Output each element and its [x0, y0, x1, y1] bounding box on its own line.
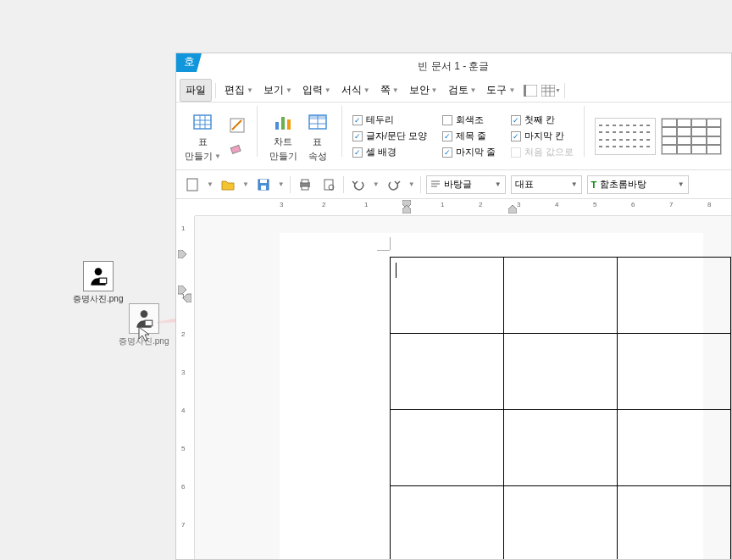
horizontal-ruler[interactable]: 3 2 1 1 2 3 4 5 6 7 8: [195, 199, 731, 216]
font-icon: T: [591, 180, 597, 190]
table-cell[interactable]: [504, 258, 618, 334]
svg-rect-1: [99, 278, 107, 284]
font-family-combo[interactable]: T 함초롬바탕▼: [587, 175, 689, 194]
table-cell[interactable]: [391, 258, 504, 334]
hangul-app-window: 호 빈 문서 1 - 훈글 파일 편집▼ 보기▼ 입력▼ 서식▼ 쪽▼ 보안▼ …: [175, 53, 732, 560]
create-table-button[interactable]: 표 만들기▼: [183, 108, 223, 164]
svg-rect-19: [281, 117, 285, 130]
cursor-pointer-icon: [137, 325, 154, 342]
svg-rect-30: [302, 180, 308, 183]
table-props-icon: [306, 110, 330, 134]
vertical-ruler[interactable]: 1 1 2 3 4 5 6 7: [176, 216, 195, 559]
svg-rect-5: [524, 85, 526, 97]
print-button[interactable]: [296, 175, 314, 194]
menu-review[interactable]: 검토▼: [443, 80, 482, 101]
table-cell[interactable]: [504, 410, 618, 486]
svg-point-2: [140, 310, 147, 318]
chevron-down-icon[interactable]: ▼: [373, 180, 380, 188]
title-bar: 호 빈 문서 1 - 훈글: [176, 53, 731, 79]
svg-rect-27: [260, 180, 267, 183]
svg-rect-25: [187, 179, 197, 191]
svg-point-0: [94, 268, 102, 275]
table-cell[interactable]: [504, 334, 618, 410]
checkbox-char-para[interactable]: 글자/문단 모양: [352, 130, 427, 142]
menu-page[interactable]: 쪽▼: [375, 80, 404, 101]
checkbox-title-row[interactable]: 제목 줄: [442, 130, 496, 142]
menu-input[interactable]: 입력▼: [297, 80, 336, 101]
table-row: [391, 258, 731, 334]
indent-marker-right[interactable]: [508, 200, 517, 213]
menu-bar: 파일 편집▼ 보기▼ 입력▼ 서식▼ 쪽▼ 보안▼ 검토▼ 도구▼ ▼: [176, 79, 731, 103]
checkbox-last-row[interactable]: 마지막 줄: [442, 146, 496, 158]
new-document-button[interactable]: [183, 175, 202, 194]
table-style-grid[interactable]: [661, 118, 722, 155]
menu-edit[interactable]: 편집▼: [219, 80, 258, 101]
checkbox-default[interactable]: 처음 값으로: [511, 146, 574, 158]
table-cell[interactable]: [391, 334, 504, 410]
save-button[interactable]: [254, 175, 273, 194]
chevron-down-icon: ▼: [431, 86, 438, 94]
menu-view[interactable]: 보기▼: [258, 80, 297, 101]
chevron-down-icon[interactable]: ▼: [207, 180, 214, 188]
table-properties-button[interactable]: 표 속성: [304, 108, 331, 164]
chevron-down-icon: ▼: [324, 86, 331, 94]
desktop-file-drag-ghost: 증명사진.png: [119, 303, 169, 347]
chevron-down-icon[interactable]: ▼: [408, 180, 415, 188]
chevron-down-icon: ▼: [247, 86, 253, 94]
chevron-down-icon: ▼: [678, 180, 685, 188]
photo-thumbnail-icon: [83, 261, 114, 291]
table-cell[interactable]: [618, 486, 731, 560]
ribbon-view-btn-1[interactable]: [520, 81, 541, 100]
chevron-down-icon: ▼: [571, 180, 578, 188]
paragraph-icon: [430, 180, 441, 190]
table-cell[interactable]: [391, 410, 504, 486]
table-cell[interactable]: [504, 486, 618, 560]
menu-tools[interactable]: 도구▼: [481, 80, 520, 101]
checkbox-gray[interactable]: 회색조: [442, 114, 496, 126]
ribbon-view-btn-2[interactable]: ▼: [541, 81, 561, 100]
checkbox-cell-bg[interactable]: 셀 배경: [352, 146, 427, 158]
table-style-mini-button[interactable]: [228, 116, 247, 135]
menu-security[interactable]: 보안▼: [404, 80, 443, 101]
text-cursor: [396, 263, 396, 278]
page-viewport[interactable]: [195, 216, 731, 559]
table-row: [391, 486, 731, 560]
undo-button[interactable]: [349, 175, 368, 194]
svg-rect-18: [275, 122, 279, 130]
svg-rect-17: [230, 145, 241, 153]
redo-button[interactable]: [385, 175, 403, 194]
checkbox-last-col[interactable]: 마지막 칸: [511, 130, 574, 142]
open-button[interactable]: [219, 175, 237, 194]
svg-rect-6: [541, 85, 555, 97]
document-table[interactable]: [390, 257, 731, 559]
table-row: [391, 410, 731, 486]
indent-marker-left[interactable]: [402, 200, 411, 213]
table-cell[interactable]: [618, 334, 731, 410]
chevron-down-icon: ▼: [214, 152, 221, 160]
chevron-down-icon: ▼: [363, 86, 370, 94]
desktop-file-original[interactable]: 증명사진.png: [73, 261, 123, 305]
v-indent-marker[interactable]: [178, 250, 191, 258]
chevron-down-icon[interactable]: ▼: [242, 180, 249, 188]
table-cell[interactable]: [618, 258, 731, 334]
svg-rect-11: [194, 115, 211, 129]
checkbox-border[interactable]: 테두리: [352, 114, 427, 126]
paragraph-style-combo[interactable]: 바탕글▼: [426, 175, 506, 194]
representation-combo[interactable]: 대표▼: [511, 175, 582, 194]
window-title: 빈 문서 1 - 훈글: [176, 59, 731, 74]
create-chart-button[interactable]: 차트 만들기: [268, 108, 299, 164]
menu-format[interactable]: 서식▼: [336, 80, 375, 101]
menu-file[interactable]: 파일: [180, 79, 212, 102]
table-cell[interactable]: [391, 486, 504, 560]
table-style-dashed[interactable]: [595, 118, 656, 155]
checkbox-first-col[interactable]: 첫째 칸: [511, 114, 574, 126]
chevron-down-icon[interactable]: ▼: [278, 180, 285, 188]
print-preview-button[interactable]: [319, 175, 338, 194]
svg-rect-20: [287, 119, 291, 130]
table-eraser-mini-button[interactable]: [228, 138, 247, 157]
document-area: 1 1 2 3 4 5 6 7: [176, 216, 731, 559]
chevron-down-icon: ▼: [286, 86, 292, 94]
v-indent-marker-2[interactable]: [178, 286, 191, 302]
quick-access-bar: ▼ ▼ ▼ ▼ ▼ 바탕글▼ 대표▼ T 함초롬바탕▼: [176, 170, 731, 199]
table-cell[interactable]: [618, 410, 731, 486]
